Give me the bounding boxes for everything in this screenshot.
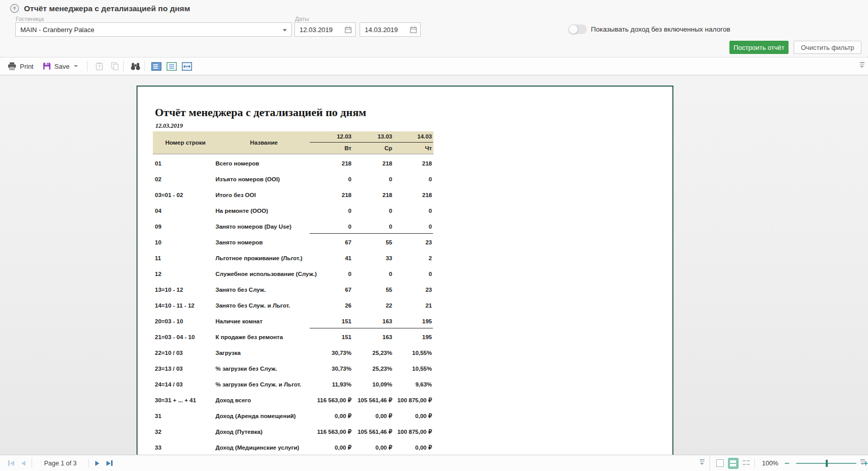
row-number: 24=14 / 03 — [155, 377, 183, 393]
status-bar: Page 1 of 3 100% − + — [0, 455, 868, 471]
zoom-slider[interactable] — [796, 463, 856, 464]
continuous-view-button[interactable] — [728, 458, 739, 469]
statusbar-separator — [754, 459, 755, 468]
paste-button[interactable]: ? — [93, 60, 106, 72]
table-row: 32Доход (Путевка)116 563,00 ₽105 561,46 … — [153, 424, 433, 440]
row-value: 0,00 ₽ — [373, 440, 432, 455]
single-page-view-button[interactable] — [716, 459, 724, 467]
row-number: 01 — [155, 156, 161, 172]
date-to-input[interactable]: 14.03.2019 — [360, 22, 421, 37]
table-row: 24=14 / 03% загрузки без Служ. и Льгот.1… — [153, 377, 433, 393]
table-row: 11Льготное проживание (Льгот.)41332 — [153, 251, 433, 266]
multi-page-view-button[interactable] — [743, 460, 750, 467]
print-button[interactable]: Print — [8, 62, 34, 70]
table-row: 22=10 / 03Загрузка30,73%25,23%10,55% — [153, 345, 433, 361]
table-row: 10Занято номеров675523 — [153, 235, 433, 251]
row-number: 20=03 - 10 — [155, 314, 183, 329]
fit-width-button[interactable] — [180, 60, 194, 72]
row-name: Занято номеров — [215, 235, 263, 251]
statusbar-separator — [89, 459, 89, 468]
zoom-slider-handle[interactable] — [826, 460, 828, 467]
svg-text:?: ? — [98, 64, 101, 69]
row-name: Всего номеров — [215, 156, 259, 172]
day-col-header: Чт — [376, 143, 432, 154]
row-name: Занято без Служ. — [215, 282, 266, 298]
table-row: 04На ремонте (OOO)000 — [153, 203, 433, 219]
copy-button[interactable] — [108, 60, 121, 72]
sum-rule — [310, 328, 433, 328]
row-value: 218 — [373, 187, 432, 203]
row-name: К продаже без ремонта — [215, 329, 283, 345]
row-value: 100 875,00 ₽ — [373, 393, 432, 408]
date-to-value: 14.03.2019 — [365, 26, 398, 34]
print-label: Print — [20, 63, 34, 70]
last-page-button[interactable] — [105, 459, 114, 467]
table-row: 30=31 + ... + 41Доход всего116 563,00 ₽1… — [153, 393, 433, 408]
row-name: Загрузка — [215, 345, 240, 361]
page-indicator: Page 1 of 3 — [37, 460, 84, 467]
calendar-icon — [410, 26, 417, 33]
row-number: 31 — [155, 408, 161, 424]
dates-label: Даты — [295, 16, 309, 22]
right-pane-scroll[interactable] — [859, 459, 865, 465]
row-value: 0 — [373, 266, 432, 282]
build-report-button[interactable]: Построить отчёт — [729, 41, 789, 54]
hotel-label: Гостиница — [16, 16, 44, 22]
table-row: 01Всего номеров218218218 — [153, 156, 433, 172]
report-toolbar: Print Save ? — [0, 57, 868, 75]
row-number: 12 — [155, 266, 161, 282]
collapse-panel-button[interactable] — [10, 4, 19, 13]
row-name: Изъято номеров (OOI) — [215, 172, 280, 187]
table-row: 02Изъято номеров (OOI)000 — [153, 172, 433, 187]
row-number: 11 — [155, 251, 161, 266]
show-income-without-tax-toggle[interactable] — [568, 24, 587, 34]
row-name: Доход (Медицинские услуги) — [215, 440, 299, 455]
row-value: 195 — [373, 314, 432, 329]
left-pane-scroll[interactable] — [699, 459, 705, 465]
row-name: На ремонте (OOO) — [215, 203, 268, 219]
printer-icon — [8, 62, 16, 70]
row-name: Доход (Путевка) — [215, 424, 262, 440]
report-preview-area[interactable]: Отчёт менеджера с детализацией по дням 1… — [0, 75, 868, 455]
date-from-input[interactable]: 12.03.2019 — [294, 22, 356, 37]
save-button[interactable]: Save — [43, 62, 78, 70]
row-number: 04 — [155, 203, 161, 219]
view-mode-continuous-button[interactable] — [165, 60, 178, 72]
row-number: 22=10 / 03 — [155, 345, 183, 361]
table-row: 13=10 - 12Занято без Служ.675523 — [153, 282, 433, 298]
row-number: 02 — [155, 172, 161, 187]
row-number: 14=10 - 11 - 12 — [155, 298, 195, 314]
hotel-select[interactable]: MAIN - Cranberry Palace — [15, 22, 292, 37]
table-row: 21=03 - 04 - 10К продаже без ремонта1511… — [153, 329, 433, 345]
clear-filter-button[interactable]: Очистить фильтр — [794, 41, 861, 54]
row-value: 0 — [373, 219, 432, 235]
row-name: Доход всего — [215, 393, 251, 408]
row-name: Доход (Аренда помещений) — [215, 408, 296, 424]
row-number: 10 — [155, 235, 161, 251]
save-dropdown-caret-icon — [74, 65, 78, 67]
row-value: 21 — [373, 298, 432, 314]
page-view-green-icon — [167, 62, 177, 71]
toolbar-separator — [123, 61, 124, 71]
page-view-blue-icon — [151, 62, 161, 71]
table-row: 12Служебное использование (Служ.)000 — [153, 266, 433, 282]
row-value: 9,63% — [373, 377, 432, 393]
next-page-button[interactable] — [94, 460, 100, 467]
toolbar-overflow-scroll[interactable] — [859, 62, 865, 68]
previous-page-button[interactable] — [20, 460, 26, 467]
find-button[interactable] — [129, 60, 142, 72]
clipboard-question-icon: ? — [96, 62, 103, 70]
statusbar-separator — [32, 459, 32, 468]
sum-rule — [310, 233, 433, 234]
view-mode-page-button[interactable] — [150, 60, 163, 72]
toolbar-separator — [87, 61, 88, 71]
first-page-button[interactable] — [7, 459, 15, 467]
zoom-out-button[interactable]: − — [784, 460, 789, 467]
tax-toggle-row: Показывать доход без включенных налогов — [568, 24, 730, 34]
view-zoom-controls: 100% − + — [710, 455, 868, 471]
app-window: Отчёт менеджера с детализацией по дням Г… — [0, 0, 868, 471]
table-header: Номер строки Название 12.0313.0314.03 Вт… — [153, 131, 433, 154]
row-value: 23 — [373, 282, 432, 298]
table-row: 14=10 - 11 - 12Занято без Служ. и Льгот.… — [153, 298, 433, 314]
row-number: 13=10 - 12 — [155, 282, 183, 298]
